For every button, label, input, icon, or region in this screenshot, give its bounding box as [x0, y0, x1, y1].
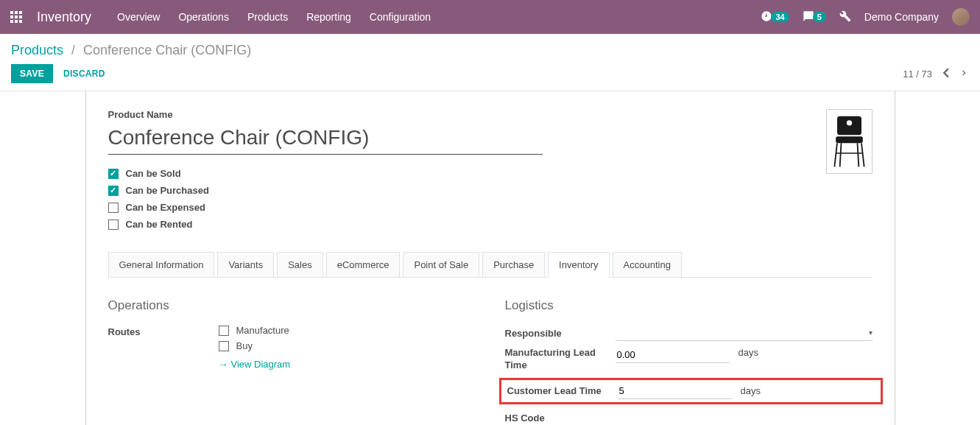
tab-sales[interactable]: Sales: [277, 252, 323, 277]
company-selector[interactable]: Demo Company: [864, 11, 939, 23]
responsible-input[interactable]: [616, 325, 869, 340]
hs-code-input[interactable]: [616, 410, 730, 425]
checkbox-can-be-rented[interactable]: [108, 219, 119, 230]
tab-point-of-sale[interactable]: Point of Sale: [403, 252, 479, 277]
product-image[interactable]: [826, 109, 873, 174]
responsible-label: Responsible: [505, 328, 616, 339]
form-sheet: Product Name Can be Sold Can be Purchase…: [85, 91, 895, 425]
tabs: General Information Variants Sales eComm…: [108, 252, 873, 278]
breadcrumb-bar: Products / Conference Chair (CONFIG): [0, 34, 980, 64]
logistics-title: Logistics: [505, 298, 873, 313]
responsible-dropdown[interactable]: ▾: [616, 325, 873, 341]
label-can-be-rented: Can be Rented: [126, 219, 193, 230]
nav-right: 34 5 Demo Company: [761, 8, 970, 26]
checkbox-can-be-purchased[interactable]: [108, 186, 119, 196]
pager-text: 11 / 73: [903, 69, 932, 80]
navbar: Inventory Overview Operations Products R…: [0, 0, 980, 34]
cust-lead-label: Customer Lead Time: [507, 385, 618, 396]
svg-line-4: [861, 143, 864, 166]
svg-point-1: [846, 120, 851, 125]
cust-lead-suffix: days: [741, 385, 761, 396]
messages-indicator[interactable]: 5: [803, 10, 826, 24]
checkbox-can-be-expensed[interactable]: [108, 203, 119, 213]
breadcrumb: Products / Conference Chair (CONFIG): [11, 43, 251, 58]
checkbox-buy[interactable]: [219, 341, 229, 351]
avatar[interactable]: [952, 8, 970, 26]
mfg-lead-input[interactable]: [616, 347, 730, 363]
nav-reporting[interactable]: Reporting: [306, 11, 351, 23]
customer-lead-highlight: Customer Lead Time days: [499, 378, 883, 404]
svg-rect-0: [837, 116, 861, 136]
routes-label: Routes: [108, 325, 219, 337]
save-button[interactable]: SAVE: [11, 64, 53, 83]
messages-count: 5: [813, 12, 826, 22]
tab-ecommerce[interactable]: eCommerce: [326, 252, 401, 277]
breadcrumb-current: Conference Chair (CONFIG): [83, 43, 251, 57]
label-can-be-expensed: Can be Expensed: [126, 202, 205, 213]
settings-icon[interactable]: [839, 10, 851, 24]
label-can-be-sold: Can be Sold: [126, 168, 181, 179]
view-diagram-link[interactable]: View Diagram: [219, 359, 476, 370]
label-can-be-purchased: Can be Purchased: [126, 185, 209, 196]
logistics-section: Logistics Responsible ▾ Manufacturing Le…: [505, 298, 873, 425]
tab-general-information[interactable]: General Information: [108, 252, 215, 277]
nav-menu: Overview Operations Products Reporting C…: [117, 11, 761, 23]
tab-purchase[interactable]: Purchase: [482, 252, 545, 277]
nav-operations[interactable]: Operations: [178, 11, 228, 23]
chair-icon: [829, 113, 870, 170]
svg-rect-2: [836, 136, 863, 143]
breadcrumb-root[interactable]: Products: [11, 43, 63, 57]
activity-count: 34: [771, 12, 789, 22]
tab-content-inventory: Operations Routes Manufacture Buy View D…: [108, 278, 873, 425]
cust-lead-input[interactable]: [618, 383, 732, 399]
mfg-lead-suffix: days: [738, 347, 758, 358]
nav-configuration[interactable]: Configuration: [370, 11, 431, 23]
nav-products[interactable]: Products: [247, 11, 288, 23]
operations-section: Operations Routes Manufacture Buy View D…: [108, 298, 476, 425]
tab-accounting[interactable]: Accounting: [613, 252, 682, 277]
checkbox-can-be-sold[interactable]: [108, 169, 119, 179]
nav-overview[interactable]: Overview: [117, 11, 160, 23]
svg-line-6: [857, 143, 859, 166]
hs-code-label: HS Code: [505, 412, 616, 424]
action-row: SAVE DISCARD 11 / 73: [0, 64, 980, 91]
discard-button[interactable]: DISCARD: [63, 69, 105, 79]
checkbox-manufacture[interactable]: [219, 326, 229, 336]
svg-line-3: [834, 143, 837, 166]
svg-line-5: [839, 143, 841, 166]
app-brand[interactable]: Inventory: [37, 10, 91, 25]
mfg-lead-label: Manufacturing Lead Time: [505, 347, 616, 372]
label-manufacture: Manufacture: [236, 325, 289, 336]
pager: 11 / 73: [903, 65, 969, 83]
product-name-input[interactable]: [108, 124, 543, 155]
pager-prev[interactable]: [940, 65, 952, 83]
activity-indicator[interactable]: 34: [761, 10, 789, 24]
operations-title: Operations: [108, 298, 476, 313]
product-flags: Can be Sold Can be Purchased Can be Expe…: [108, 168, 826, 230]
tab-variants[interactable]: Variants: [217, 252, 274, 277]
label-buy: Buy: [236, 340, 253, 351]
breadcrumb-sep: /: [71, 43, 75, 57]
chevron-down-icon: ▾: [869, 329, 873, 337]
pager-next[interactable]: [959, 65, 969, 83]
apps-icon[interactable]: [10, 11, 22, 23]
product-name-label: Product Name: [108, 109, 826, 120]
tab-inventory[interactable]: Inventory: [548, 252, 609, 278]
